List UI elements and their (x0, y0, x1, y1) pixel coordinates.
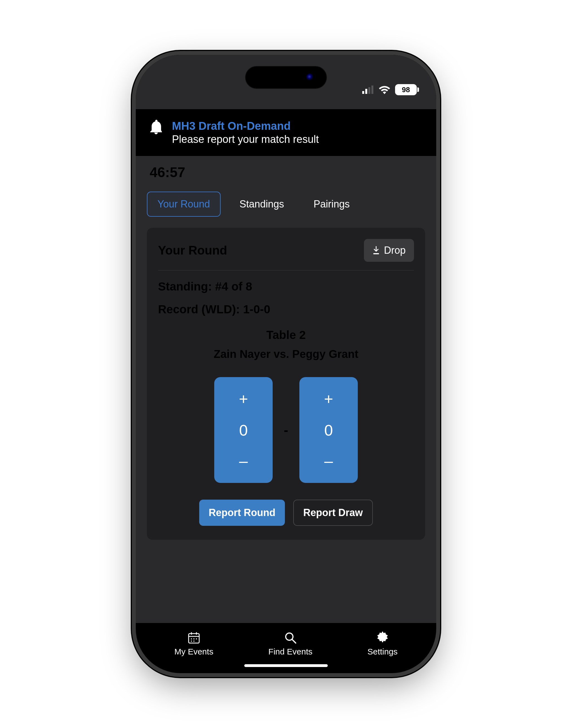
nav-my-events-label: My Events (174, 647, 213, 656)
svg-point-9 (191, 638, 192, 640)
wifi-icon (378, 85, 390, 94)
score-box-right: + 0 – (299, 377, 358, 483)
score-right-value: 0 (324, 421, 333, 439)
content-area: Your Round Drop Standing: #4 of 8 Record… (136, 228, 436, 623)
svg-rect-0 (362, 91, 364, 94)
nav-find-events-label: Find Events (269, 647, 312, 656)
screen: 98 MH3 Draft On-Demand Please report you… (136, 55, 436, 673)
standing-line: Standing: #4 of 8 (158, 280, 414, 293)
notification-message: Please report your match result (172, 133, 319, 145)
card-title: Your Round (158, 243, 227, 257)
svg-point-11 (196, 638, 197, 640)
nav-settings[interactable]: Settings (367, 631, 398, 656)
home-indicator (244, 664, 328, 667)
svg-rect-2 (368, 87, 370, 94)
score-left-value: 0 (239, 421, 247, 439)
notification-banner[interactable]: MH3 Draft On-Demand Please report your m… (136, 109, 436, 156)
record-line: Record (WLD): 1-0-0 (158, 303, 414, 316)
increment-right-button[interactable]: + (323, 391, 335, 407)
tab-your-round[interactable]: Your Round (147, 192, 221, 217)
tab-pairings[interactable]: Pairings (303, 192, 360, 217)
score-row: + 0 – - + 0 – (158, 377, 414, 483)
score-box-left: + 0 – (214, 377, 273, 483)
round-timer: 46:57 (136, 156, 436, 186)
tab-standings[interactable]: Standings (229, 192, 295, 217)
report-draw-button[interactable]: Report Draw (293, 500, 373, 526)
increment-left-button[interactable]: + (237, 391, 250, 407)
drop-button[interactable]: Drop (364, 239, 414, 262)
notification-text: MH3 Draft On-Demand Please report your m… (172, 120, 319, 145)
report-round-button[interactable]: Report Round (199, 500, 285, 526)
svg-point-12 (191, 641, 192, 642)
nav-my-events[interactable]: My Events (174, 631, 213, 656)
bell-icon (150, 120, 162, 134)
card-header: Your Round Drop (158, 239, 414, 270)
round-card: Your Round Drop Standing: #4 of 8 Record… (147, 228, 425, 540)
table-label: Table 2 (158, 328, 414, 342)
notification-title: MH3 Draft On-Demand (172, 120, 319, 132)
drop-icon (372, 246, 380, 254)
action-row: Report Round Report Draw (158, 500, 414, 526)
nav-find-events[interactable]: Find Events (269, 631, 312, 656)
svg-rect-3 (371, 85, 373, 94)
svg-rect-4 (373, 253, 379, 254)
matchup-line: Zain Nayer vs. Peggy Grant (158, 348, 414, 360)
svg-line-15 (292, 640, 296, 643)
decrement-right-button[interactable]: – (323, 453, 335, 469)
nav-settings-label: Settings (367, 647, 398, 656)
cellular-icon (362, 85, 374, 94)
svg-point-10 (193, 638, 195, 640)
battery-indicator: 98 (395, 84, 417, 95)
calendar-icon (188, 631, 200, 644)
gear-icon (376, 631, 389, 644)
search-icon (284, 631, 297, 644)
svg-point-13 (193, 641, 195, 642)
tab-bar: Your Round Standings Pairings (136, 186, 436, 228)
score-separator: - (284, 422, 288, 438)
phone-notch (245, 66, 327, 89)
svg-rect-1 (365, 89, 367, 94)
phone-frame: 98 MH3 Draft On-Demand Please report you… (136, 55, 436, 673)
drop-label: Drop (384, 245, 406, 256)
decrement-left-button[interactable]: – (237, 453, 249, 469)
